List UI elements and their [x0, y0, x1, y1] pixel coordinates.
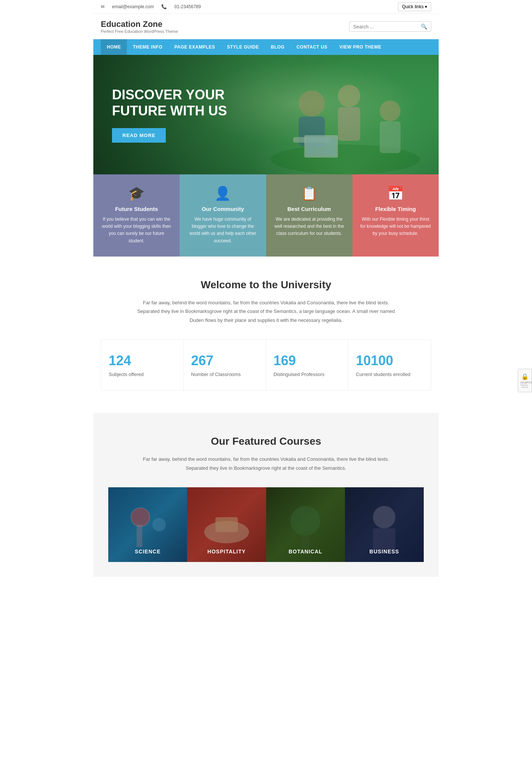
- course-overlay-botanical: BOTANICAL: [266, 487, 345, 562]
- hero-read-more-button[interactable]: READ MORE: [112, 128, 166, 143]
- phone-icon: 📞: [161, 4, 167, 9]
- welcome-text: Far far away, behind the word mountains,…: [136, 298, 397, 324]
- features-section: 🎓 Future Students If you believe that yo…: [93, 174, 439, 257]
- nav-item-theme-info[interactable]: THEME INFO: [127, 39, 168, 55]
- main-nav: HOME THEME INFO PAGE EXAMPLES STYLE GUID…: [93, 39, 439, 55]
- feature-title-2: Best Curriculum: [274, 206, 345, 212]
- course-label-hospitality: HOSPITALITY: [208, 549, 246, 555]
- stat-classrooms: 267 Number of Classrooms: [184, 340, 266, 390]
- nav-item-blog[interactable]: BLOG: [265, 39, 290, 55]
- course-overlay-science: SCIENCE: [108, 487, 187, 562]
- stat-label-professors: Distinguised Professors: [274, 372, 341, 377]
- course-card-business[interactable]: BUSINESS: [345, 487, 424, 562]
- quick-links-button[interactable]: Quick links ▾: [398, 2, 431, 11]
- courses-title: Our Featured Courses: [136, 435, 397, 447]
- feature-text-1: We have huge community of blogger who lo…: [187, 216, 258, 245]
- svg-rect-5: [338, 107, 360, 141]
- course-card-science[interactable]: SCIENCE: [108, 487, 187, 562]
- feature-text-2: We are dedicated at providing the well r…: [274, 216, 345, 237]
- feature-card-future-students: 🎓 Future Students If you believe that yo…: [93, 174, 180, 257]
- phone-number: 01-23456789: [174, 4, 201, 9]
- search-icon: 🔍: [421, 24, 427, 29]
- svg-point-6: [380, 100, 401, 121]
- hero-content: DISCOVER YOUR FUTURE WITH US READ MORE: [93, 75, 280, 154]
- stat-label-classrooms: Number of Classrooms: [191, 372, 258, 377]
- stat-number-professors: 169: [274, 353, 341, 369]
- site-title: Education Zone: [101, 19, 178, 29]
- feature-card-community: 👤 Our Community We have huge community o…: [180, 174, 266, 257]
- welcome-section: Welcome to the University Far far away, …: [93, 257, 439, 328]
- site-subtitle: Perfect Free Education WordPress Theme: [101, 29, 178, 34]
- site-branding: Education Zone Perfect Free Education Wo…: [101, 19, 178, 34]
- calendar-icon: 📅: [360, 186, 431, 201]
- search-input[interactable]: [353, 24, 421, 29]
- svg-rect-9: [306, 137, 336, 156]
- hero-image: [252, 55, 439, 174]
- svg-point-4: [338, 85, 360, 107]
- stat-number-subjects: 124: [109, 353, 176, 369]
- graduation-cap-icon: 🎓: [101, 186, 172, 201]
- feature-title-3: Flexible Timing: [360, 206, 431, 212]
- email-address: email@example.com: [112, 4, 154, 9]
- stat-subjects: 124 Subjects offered: [101, 340, 184, 390]
- feature-card-timing: 📅 Flexible Timing With our Flexible timi…: [352, 174, 439, 257]
- hero-title: DISCOVER YOUR FUTURE WITH US: [112, 87, 261, 119]
- nav-item-style-guide[interactable]: STYLE GUIDE: [221, 39, 265, 55]
- nav-item-page-examples[interactable]: PAGE EXAMPLES: [168, 39, 221, 55]
- clipboard-icon: 📋: [274, 186, 345, 201]
- feature-text-3: With our Flexible timing your thirst for…: [360, 216, 431, 237]
- courses-section-header: Our Featured Courses Far far away, behin…: [136, 435, 397, 472]
- nav-item-contact-us[interactable]: CONTACT US: [290, 39, 333, 55]
- svg-rect-7: [380, 121, 401, 153]
- stat-number-students: 10100: [356, 353, 423, 369]
- nav-item-home[interactable]: HOME: [101, 39, 127, 55]
- stat-number-classrooms: 267: [191, 353, 258, 369]
- feature-text-0: If you believe that you can win the worl…: [101, 216, 172, 245]
- search-box[interactable]: 🔍: [349, 21, 431, 32]
- stat-label-subjects: Subjects offered: [109, 372, 176, 377]
- top-bar-right: Quick links ▾: [398, 2, 431, 11]
- course-overlay-hospitality: HOSPITALITY: [187, 487, 266, 562]
- site-header: Education Zone Perfect Free Education Wo…: [93, 14, 439, 39]
- svg-point-1: [299, 90, 325, 117]
- course-label-business: BUSINESS: [370, 549, 399, 555]
- welcome-title: Welcome to the University: [101, 279, 431, 291]
- course-label-science: SCIENCE: [135, 549, 161, 555]
- course-card-botanical[interactable]: BOTANICAL: [266, 487, 345, 562]
- course-card-hospitality[interactable]: HOSPITALITY: [187, 487, 266, 562]
- top-bar: ✉ email@example.com 📞 01-23456789 Quick …: [93, 0, 439, 14]
- stat-professors: 169 Distinguised Professors: [266, 340, 349, 390]
- feature-card-curriculum: 📋 Best Curriculum We are dedicated at pr…: [266, 174, 352, 257]
- stat-students: 10100 Current students enrolled: [348, 340, 431, 390]
- feature-title-1: Our Community: [187, 206, 258, 212]
- stat-label-students: Current students enrolled: [356, 372, 423, 377]
- courses-section: Our Featured Courses Far far away, behin…: [93, 413, 439, 577]
- email-icon: ✉: [101, 4, 105, 9]
- hero-section: DISCOVER YOUR FUTURE WITH US READ MORE: [93, 55, 439, 174]
- course-label-botanical: BOTANICAL: [289, 549, 322, 555]
- courses-description: Far far away, behind the word mountains,…: [136, 455, 397, 472]
- course-overlay-business: BUSINESS: [345, 487, 424, 562]
- course-grid: SCIENCE HOSPITALITY BOTANICA: [108, 487, 424, 562]
- stats-section: 124 Subjects offered 267 Number of Class…: [101, 339, 431, 391]
- top-bar-left: ✉ email@example.com 📞 01-23456789: [101, 4, 201, 9]
- feature-title-0: Future Students: [101, 206, 172, 212]
- community-icon: 👤: [187, 186, 258, 201]
- nav-item-view-pro[interactable]: VIEW PRO THEME: [333, 39, 387, 55]
